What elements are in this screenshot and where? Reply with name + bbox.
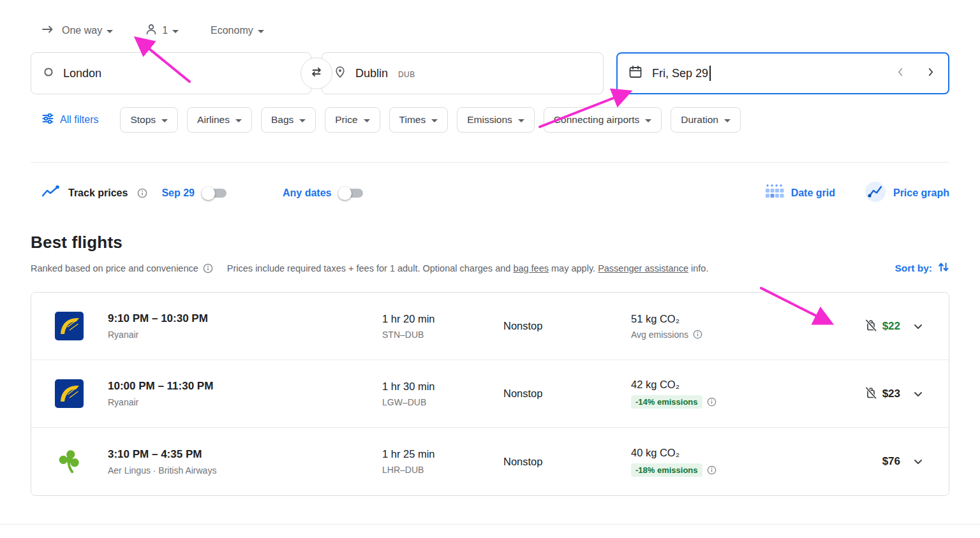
- all-filters-button[interactable]: All filters: [41, 112, 98, 127]
- chevron-down-icon: [431, 119, 438, 122]
- origin-circle-icon: [43, 66, 54, 80]
- track-date-toggle[interactable]: [204, 189, 226, 198]
- calendar-icon: [628, 64, 643, 82]
- price-graph-button[interactable]: Price graph: [865, 181, 949, 205]
- chevron-down-icon: [299, 119, 306, 122]
- flight-route: LGW–DUB: [382, 397, 503, 407]
- track-prices-label: Track prices: [68, 187, 128, 199]
- chevron-down-icon: [364, 119, 370, 122]
- duration-cell: 1 hr 25 min LHR–DUB: [382, 448, 503, 475]
- chevron-down-icon: [161, 119, 168, 122]
- section-divider: [0, 524, 980, 525]
- previous-date-button[interactable]: [893, 65, 907, 82]
- passengers-dropdown[interactable]: 1: [144, 20, 180, 41]
- date-grid-button[interactable]: Date grid: [764, 184, 835, 203]
- track-date-label: Sep 29: [161, 187, 195, 199]
- flight-info-cell: 9:10 PM – 10:30 PM Ryanair: [108, 312, 382, 340]
- filter-chip-stops[interactable]: Stops: [120, 107, 178, 133]
- chevron-down-icon: [258, 30, 264, 33]
- flight-stops: Nonstop: [503, 388, 631, 400]
- price-tracking-bar: Track prices Sep 29 Any dates Date grid …: [41, 179, 949, 207]
- filter-chip-times[interactable]: Times: [389, 107, 449, 133]
- fees-disclaimer: Prices include required taxes + fees for…: [227, 263, 709, 273]
- filter-chip-price[interactable]: Price: [325, 107, 380, 133]
- expand-flight-button[interactable]: [900, 386, 936, 402]
- filter-chip-duration[interactable]: Duration: [671, 107, 741, 133]
- info-icon[interactable]: [693, 330, 702, 339]
- duration-cell: 1 hr 20 min STN–DUB: [382, 313, 503, 340]
- ryanair-logo-icon: [44, 312, 108, 340]
- emissions-cell: 51 kg CO₂ Avg emissions: [631, 313, 810, 340]
- expand-flight-button[interactable]: [900, 319, 936, 334]
- chevron-down-icon: [910, 454, 926, 469]
- chevron-down-icon: [107, 30, 113, 33]
- any-dates-label: Any dates: [283, 187, 331, 199]
- passenger-assistance-link[interactable]: Passenger assistance: [598, 263, 688, 273]
- cabin-class-dropdown[interactable]: Economy: [209, 22, 265, 39]
- no-carry-on-bag-icon: [864, 318, 878, 335]
- any-dates-toggle[interactable]: [340, 189, 363, 198]
- info-icon[interactable]: [203, 263, 213, 273]
- chevron-down-icon: [235, 119, 242, 122]
- flight-price: $23: [882, 388, 900, 400]
- info-icon[interactable]: [137, 188, 147, 198]
- info-icon[interactable]: [707, 397, 716, 407]
- date-grid-label: Date grid: [791, 187, 835, 199]
- destination-field[interactable]: Dublin DUB: [322, 52, 604, 94]
- no-carry-on-bag-icon: [864, 386, 878, 402]
- filters-bar: All filters Stops Airlines Bags Price Ti…: [41, 107, 949, 133]
- sort-by-button[interactable]: Sort by:: [895, 261, 949, 276]
- flight-row[interactable]: 3:10 PM – 4:35 PM Aer Lingus · British A…: [31, 428, 949, 495]
- chevron-down-icon: [172, 30, 179, 33]
- destination-value: Dublin: [355, 67, 388, 80]
- price-cell: $23: [810, 386, 900, 402]
- flight-airline: Ryanair: [108, 330, 382, 340]
- flight-duration: 1 hr 30 min: [382, 381, 503, 393]
- chevron-down-icon: [645, 119, 651, 122]
- info-icon[interactable]: [707, 465, 716, 475]
- co2-amount: 51 kg CO₂: [631, 313, 810, 325]
- origin-value: London: [63, 67, 101, 80]
- flight-row[interactable]: 10:00 PM – 11:30 PM Ryanair 1 hr 30 min …: [31, 360, 949, 428]
- flight-row[interactable]: 9:10 PM – 10:30 PM Ryanair 1 hr 20 min S…: [31, 293, 949, 360]
- next-date-button[interactable]: [924, 65, 938, 82]
- flight-price: $76: [882, 455, 900, 468]
- sort-by-label: Sort by:: [895, 263, 932, 274]
- swap-arrows-icon: [309, 64, 324, 82]
- section-divider: [31, 162, 949, 163]
- price-trend-icon: [41, 185, 61, 201]
- flight-route: LHR–DUB: [382, 465, 503, 475]
- filter-chip-emissions[interactable]: Emissions: [457, 107, 535, 133]
- sort-arrows-icon: [937, 261, 949, 276]
- origin-field[interactable]: London: [31, 52, 311, 94]
- flight-info-cell: 10:00 PM – 11:30 PM Ryanair: [108, 380, 382, 407]
- chevron-down-icon: [910, 386, 926, 402]
- flight-airline: Ryanair: [108, 397, 382, 407]
- cabin-class-label: Economy: [211, 25, 253, 36]
- best-flights-title: Best flights: [31, 233, 949, 252]
- flight-duration: 1 hr 20 min: [382, 313, 503, 325]
- filter-chip-connecting-airports[interactable]: Connecting airports: [544, 107, 662, 133]
- trip-type-dropdown[interactable]: One way: [61, 22, 114, 39]
- departure-date-field[interactable]: Fri, Sep 29: [616, 52, 949, 94]
- one-way-arrow-icon: [41, 24, 54, 38]
- location-pin-icon: [334, 66, 346, 81]
- flight-info-cell: 3:10 PM – 4:35 PM Aer Lingus · British A…: [108, 448, 382, 476]
- filter-chip-bags[interactable]: Bags: [261, 107, 316, 133]
- expand-flight-button[interactable]: [900, 454, 936, 469]
- swap-origin-destination-button[interactable]: [301, 57, 332, 89]
- bag-fees-link[interactable]: bag fees: [513, 263, 549, 273]
- co2-amount: 42 kg CO₂: [631, 379, 810, 391]
- price-graph-icon: [865, 181, 886, 205]
- trip-type-label: One way: [62, 25, 102, 36]
- price-cell: $22: [810, 318, 900, 335]
- text-cursor: [709, 66, 711, 81]
- ryanair-logo-icon: [44, 379, 108, 408]
- co2-amount: 40 kg CO₂: [631, 447, 810, 459]
- flight-times: 3:10 PM – 4:35 PM: [108, 448, 382, 461]
- filter-chip-airlines[interactable]: Airlines: [187, 107, 252, 133]
- chevron-down-icon: [910, 319, 926, 334]
- flight-price: $22: [882, 320, 900, 333]
- date-value: Fri, Sep 29: [652, 67, 708, 80]
- passenger-count-label: 1: [162, 25, 168, 36]
